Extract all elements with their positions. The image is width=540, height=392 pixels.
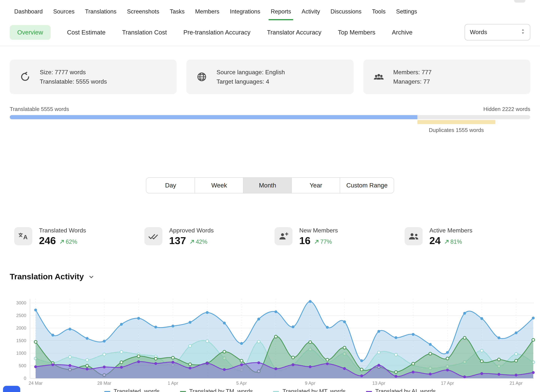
x-axis-label: 17 Apr: [441, 381, 454, 386]
nav-item-label: Members: [195, 8, 219, 15]
stat-label: Approved Words: [169, 227, 214, 234]
nav-item-label: Dashboard: [14, 8, 43, 15]
nav-item-dashboard[interactable]: Dashboard: [14, 5, 43, 20]
y-axis-label: 500: [19, 363, 26, 368]
active-members-icon: [405, 227, 423, 245]
legend-item-translated-words[interactable]: Translated, words: [104, 388, 160, 392]
data-point: [497, 337, 500, 339]
nav-item-sources[interactable]: Sources: [53, 5, 75, 20]
data-point: [257, 318, 260, 320]
report-tab-pre-translation-accuracy[interactable]: Pre-translation Accuracy: [183, 25, 250, 40]
data-point: [223, 350, 226, 353]
unit-select[interactable]: Words: [465, 24, 530, 40]
progress-track: [10, 115, 530, 119]
data-point: [137, 360, 140, 363]
translatable-label: Translatable 5555 words: [10, 106, 69, 112]
stat-value: 16: [299, 235, 310, 247]
data-point: [515, 359, 518, 362]
report-tab-cost-estimate[interactable]: Cost Estimate: [67, 25, 105, 40]
data-point: [412, 371, 415, 373]
data-point: [309, 300, 312, 303]
report-tab-top-members[interactable]: Top Members: [338, 25, 375, 40]
legend-item-translated-by-ai-words[interactable]: Translated by AI, words: [366, 388, 436, 392]
report-tab-overview[interactable]: Overview: [10, 25, 51, 40]
data-point: [240, 342, 243, 345]
data-point: [429, 373, 432, 376]
data-point: [189, 345, 191, 347]
info-card-0: Size: 7777 wordsTranslatable: 5555 words: [10, 60, 177, 94]
range-button-custom-range[interactable]: Custom Range: [340, 178, 394, 193]
nav-item-screenshots[interactable]: Screenshots: [127, 5, 159, 20]
data-point: [68, 364, 71, 367]
data-point: [257, 340, 260, 343]
trend-up-icon: [190, 239, 195, 244]
range-button-year[interactable]: Year: [292, 178, 340, 193]
nav-item-label: Sources: [53, 8, 75, 15]
section-title: Translation Activity: [10, 272, 84, 282]
sync-icon: [19, 70, 31, 83]
report-tab-translator-accuracy[interactable]: Translator Accuracy: [267, 25, 321, 40]
chat-widget[interactable]: [3, 386, 20, 392]
range-button-day[interactable]: Day: [146, 178, 195, 193]
legend-item-translated-by-tm-words[interactable]: Translated by TM, words: [180, 388, 253, 392]
data-point: [446, 369, 449, 371]
nav-item-reports[interactable]: Reports: [271, 5, 291, 20]
data-point: [34, 308, 37, 311]
new-member-icon: [275, 227, 292, 245]
stats-row: ATranslated Words24662%Approved Words137…: [0, 227, 540, 247]
data-point: [137, 355, 140, 357]
approved-icon: [144, 227, 162, 245]
legend-item-translated-by-mt-words[interactable]: Translated by MT, words: [273, 388, 346, 392]
data-point: [343, 367, 346, 370]
nav-item-translations[interactable]: Translations: [85, 5, 116, 20]
data-point: [497, 358, 500, 361]
chart-legend: Translated, wordsTranslated by TM, words…: [0, 388, 540, 392]
globe-icon: [195, 70, 208, 83]
stat-label: Translated Words: [39, 227, 86, 234]
data-point: [86, 337, 89, 340]
legend-label: Translated by TM, words: [189, 388, 253, 392]
window-control-cut: [514, 0, 525, 3]
legend-dash-icon: [180, 391, 186, 392]
activity-heading: Translation Activity: [0, 272, 540, 282]
data-point: [86, 368, 89, 370]
data-point: [103, 340, 105, 342]
stat-value: 246: [39, 235, 56, 247]
nav-item-members[interactable]: Members: [195, 5, 219, 20]
nav-item-tasks[interactable]: Tasks: [170, 5, 185, 20]
range-button-month[interactable]: Month: [243, 178, 292, 193]
data-point: [377, 351, 380, 354]
data-point: [480, 349, 483, 352]
data-point: [463, 337, 466, 339]
nav-item-label: Tools: [372, 8, 385, 15]
report-tab-translation-cost[interactable]: Translation Cost: [122, 25, 167, 40]
data-point: [137, 317, 140, 320]
stat-label: Active Members: [429, 227, 472, 234]
nav-item-tools[interactable]: Tools: [372, 5, 385, 20]
range-button-week[interactable]: Week: [195, 178, 243, 193]
nav-item-discussions[interactable]: Discussions: [330, 5, 361, 20]
data-point: [395, 336, 397, 339]
data-point: [240, 359, 243, 362]
chevron-down-icon[interactable]: [88, 274, 94, 280]
data-point: [68, 356, 71, 358]
card-line: Size: 7777 words: [40, 68, 107, 76]
nav-item-settings[interactable]: Settings: [396, 5, 417, 20]
data-point: [395, 375, 397, 378]
data-point: [154, 362, 157, 365]
nav-item-activity[interactable]: Activity: [302, 5, 320, 20]
data-point: [446, 351, 449, 354]
data-point: [223, 368, 226, 371]
data-point: [86, 359, 89, 362]
report-tab-archive[interactable]: Archive: [392, 25, 412, 40]
legend-label: Translated by AI, words: [375, 388, 436, 392]
data-point: [206, 340, 209, 342]
chart-container: 05001000150020002500300024 Mar28 Mar1 Ap…: [0, 285, 540, 387]
stat-delta: 81%: [444, 238, 462, 245]
legend-label: Translated by MT, words: [283, 388, 346, 392]
data-point: [395, 371, 397, 373]
nav-item-integrations[interactable]: Integrations: [230, 5, 260, 20]
stat-delta: 42%: [190, 238, 207, 245]
nav-item-label: Activity: [302, 8, 320, 15]
progress-translatable-bar: [10, 115, 417, 119]
